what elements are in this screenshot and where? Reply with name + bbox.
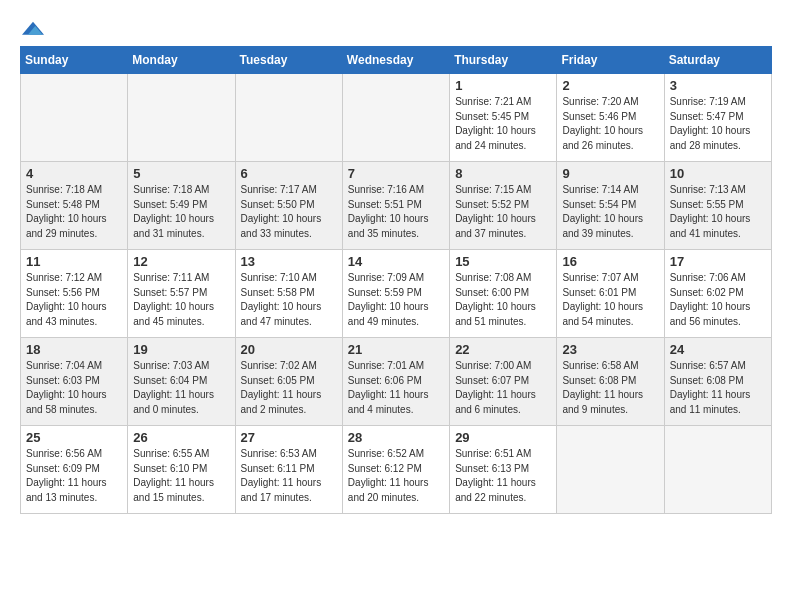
calendar-cell: 10Sunrise: 7:13 AM Sunset: 5:55 PM Dayli… bbox=[664, 162, 771, 250]
day-info: Sunrise: 7:12 AM Sunset: 5:56 PM Dayligh… bbox=[26, 271, 122, 329]
calendar-cell: 22Sunrise: 7:00 AM Sunset: 6:07 PM Dayli… bbox=[450, 338, 557, 426]
logo bbox=[20, 20, 44, 38]
day-number: 21 bbox=[348, 342, 444, 357]
day-number: 25 bbox=[26, 430, 122, 445]
day-info: Sunrise: 7:02 AM Sunset: 6:05 PM Dayligh… bbox=[241, 359, 337, 417]
day-number: 4 bbox=[26, 166, 122, 181]
calendar-cell: 23Sunrise: 6:58 AM Sunset: 6:08 PM Dayli… bbox=[557, 338, 664, 426]
day-number: 22 bbox=[455, 342, 551, 357]
day-info: Sunrise: 7:09 AM Sunset: 5:59 PM Dayligh… bbox=[348, 271, 444, 329]
day-info: Sunrise: 7:11 AM Sunset: 5:57 PM Dayligh… bbox=[133, 271, 229, 329]
calendar-cell: 29Sunrise: 6:51 AM Sunset: 6:13 PM Dayli… bbox=[450, 426, 557, 514]
day-info: Sunrise: 7:07 AM Sunset: 6:01 PM Dayligh… bbox=[562, 271, 658, 329]
day-info: Sunrise: 7:10 AM Sunset: 5:58 PM Dayligh… bbox=[241, 271, 337, 329]
calendar-row: 25Sunrise: 6:56 AM Sunset: 6:09 PM Dayli… bbox=[21, 426, 772, 514]
day-number: 1 bbox=[455, 78, 551, 93]
calendar-cell: 16Sunrise: 7:07 AM Sunset: 6:01 PM Dayli… bbox=[557, 250, 664, 338]
day-number: 11 bbox=[26, 254, 122, 269]
day-info: Sunrise: 7:14 AM Sunset: 5:54 PM Dayligh… bbox=[562, 183, 658, 241]
calendar-cell bbox=[557, 426, 664, 514]
day-number: 29 bbox=[455, 430, 551, 445]
day-number: 6 bbox=[241, 166, 337, 181]
calendar-cell: 7Sunrise: 7:16 AM Sunset: 5:51 PM Daylig… bbox=[342, 162, 449, 250]
col-header-friday: Friday bbox=[557, 47, 664, 74]
day-info: Sunrise: 7:08 AM Sunset: 6:00 PM Dayligh… bbox=[455, 271, 551, 329]
calendar-cell bbox=[21, 74, 128, 162]
day-info: Sunrise: 7:15 AM Sunset: 5:52 PM Dayligh… bbox=[455, 183, 551, 241]
calendar-cell: 15Sunrise: 7:08 AM Sunset: 6:00 PM Dayli… bbox=[450, 250, 557, 338]
day-number: 20 bbox=[241, 342, 337, 357]
calendar-cell: 21Sunrise: 7:01 AM Sunset: 6:06 PM Dayli… bbox=[342, 338, 449, 426]
col-header-monday: Monday bbox=[128, 47, 235, 74]
calendar-cell: 19Sunrise: 7:03 AM Sunset: 6:04 PM Dayli… bbox=[128, 338, 235, 426]
day-info: Sunrise: 7:03 AM Sunset: 6:04 PM Dayligh… bbox=[133, 359, 229, 417]
day-info: Sunrise: 7:19 AM Sunset: 5:47 PM Dayligh… bbox=[670, 95, 766, 153]
day-info: Sunrise: 7:13 AM Sunset: 5:55 PM Dayligh… bbox=[670, 183, 766, 241]
calendar-cell: 26Sunrise: 6:55 AM Sunset: 6:10 PM Dayli… bbox=[128, 426, 235, 514]
day-number: 15 bbox=[455, 254, 551, 269]
day-info: Sunrise: 6:58 AM Sunset: 6:08 PM Dayligh… bbox=[562, 359, 658, 417]
calendar-cell: 4Sunrise: 7:18 AM Sunset: 5:48 PM Daylig… bbox=[21, 162, 128, 250]
calendar-cell bbox=[342, 74, 449, 162]
calendar-cell: 5Sunrise: 7:18 AM Sunset: 5:49 PM Daylig… bbox=[128, 162, 235, 250]
calendar-cell: 12Sunrise: 7:11 AM Sunset: 5:57 PM Dayli… bbox=[128, 250, 235, 338]
calendar-row: 18Sunrise: 7:04 AM Sunset: 6:03 PM Dayli… bbox=[21, 338, 772, 426]
day-info: Sunrise: 6:51 AM Sunset: 6:13 PM Dayligh… bbox=[455, 447, 551, 505]
day-info: Sunrise: 6:57 AM Sunset: 6:08 PM Dayligh… bbox=[670, 359, 766, 417]
calendar-row: 1Sunrise: 7:21 AM Sunset: 5:45 PM Daylig… bbox=[21, 74, 772, 162]
day-info: Sunrise: 7:18 AM Sunset: 5:49 PM Dayligh… bbox=[133, 183, 229, 241]
day-number: 13 bbox=[241, 254, 337, 269]
calendar-cell: 24Sunrise: 6:57 AM Sunset: 6:08 PM Dayli… bbox=[664, 338, 771, 426]
calendar-row: 11Sunrise: 7:12 AM Sunset: 5:56 PM Dayli… bbox=[21, 250, 772, 338]
calendar-table: SundayMondayTuesdayWednesdayThursdayFrid… bbox=[20, 46, 772, 514]
col-header-tuesday: Tuesday bbox=[235, 47, 342, 74]
day-info: Sunrise: 7:20 AM Sunset: 5:46 PM Dayligh… bbox=[562, 95, 658, 153]
calendar-cell: 13Sunrise: 7:10 AM Sunset: 5:58 PM Dayli… bbox=[235, 250, 342, 338]
day-info: Sunrise: 7:06 AM Sunset: 6:02 PM Dayligh… bbox=[670, 271, 766, 329]
col-header-saturday: Saturday bbox=[664, 47, 771, 74]
calendar-row: 4Sunrise: 7:18 AM Sunset: 5:48 PM Daylig… bbox=[21, 162, 772, 250]
day-info: Sunrise: 7:01 AM Sunset: 6:06 PM Dayligh… bbox=[348, 359, 444, 417]
day-info: Sunrise: 7:16 AM Sunset: 5:51 PM Dayligh… bbox=[348, 183, 444, 241]
day-number: 26 bbox=[133, 430, 229, 445]
day-number: 23 bbox=[562, 342, 658, 357]
col-header-wednesday: Wednesday bbox=[342, 47, 449, 74]
day-number: 16 bbox=[562, 254, 658, 269]
col-header-sunday: Sunday bbox=[21, 47, 128, 74]
day-number: 3 bbox=[670, 78, 766, 93]
day-info: Sunrise: 6:53 AM Sunset: 6:11 PM Dayligh… bbox=[241, 447, 337, 505]
day-number: 5 bbox=[133, 166, 229, 181]
calendar-cell: 3Sunrise: 7:19 AM Sunset: 5:47 PM Daylig… bbox=[664, 74, 771, 162]
calendar-cell: 9Sunrise: 7:14 AM Sunset: 5:54 PM Daylig… bbox=[557, 162, 664, 250]
day-number: 18 bbox=[26, 342, 122, 357]
day-info: Sunrise: 6:52 AM Sunset: 6:12 PM Dayligh… bbox=[348, 447, 444, 505]
calendar-cell: 27Sunrise: 6:53 AM Sunset: 6:11 PM Dayli… bbox=[235, 426, 342, 514]
day-number: 9 bbox=[562, 166, 658, 181]
day-number: 27 bbox=[241, 430, 337, 445]
col-header-thursday: Thursday bbox=[450, 47, 557, 74]
day-number: 12 bbox=[133, 254, 229, 269]
header-row: SundayMondayTuesdayWednesdayThursdayFrid… bbox=[21, 47, 772, 74]
day-info: Sunrise: 7:17 AM Sunset: 5:50 PM Dayligh… bbox=[241, 183, 337, 241]
day-info: Sunrise: 7:00 AM Sunset: 6:07 PM Dayligh… bbox=[455, 359, 551, 417]
day-info: Sunrise: 6:56 AM Sunset: 6:09 PM Dayligh… bbox=[26, 447, 122, 505]
day-number: 17 bbox=[670, 254, 766, 269]
calendar-cell: 17Sunrise: 7:06 AM Sunset: 6:02 PM Dayli… bbox=[664, 250, 771, 338]
day-number: 2 bbox=[562, 78, 658, 93]
calendar-cell: 18Sunrise: 7:04 AM Sunset: 6:03 PM Dayli… bbox=[21, 338, 128, 426]
calendar-cell: 20Sunrise: 7:02 AM Sunset: 6:05 PM Dayli… bbox=[235, 338, 342, 426]
day-info: Sunrise: 6:55 AM Sunset: 6:10 PM Dayligh… bbox=[133, 447, 229, 505]
calendar-cell: 2Sunrise: 7:20 AM Sunset: 5:46 PM Daylig… bbox=[557, 74, 664, 162]
calendar-cell: 11Sunrise: 7:12 AM Sunset: 5:56 PM Dayli… bbox=[21, 250, 128, 338]
day-number: 24 bbox=[670, 342, 766, 357]
day-number: 19 bbox=[133, 342, 229, 357]
calendar-cell: 8Sunrise: 7:15 AM Sunset: 5:52 PM Daylig… bbox=[450, 162, 557, 250]
calendar-cell bbox=[664, 426, 771, 514]
calendar-cell: 14Sunrise: 7:09 AM Sunset: 5:59 PM Dayli… bbox=[342, 250, 449, 338]
day-info: Sunrise: 7:21 AM Sunset: 5:45 PM Dayligh… bbox=[455, 95, 551, 153]
day-info: Sunrise: 7:18 AM Sunset: 5:48 PM Dayligh… bbox=[26, 183, 122, 241]
logo-icon bbox=[22, 18, 44, 40]
calendar-cell: 6Sunrise: 7:17 AM Sunset: 5:50 PM Daylig… bbox=[235, 162, 342, 250]
day-number: 28 bbox=[348, 430, 444, 445]
day-number: 10 bbox=[670, 166, 766, 181]
